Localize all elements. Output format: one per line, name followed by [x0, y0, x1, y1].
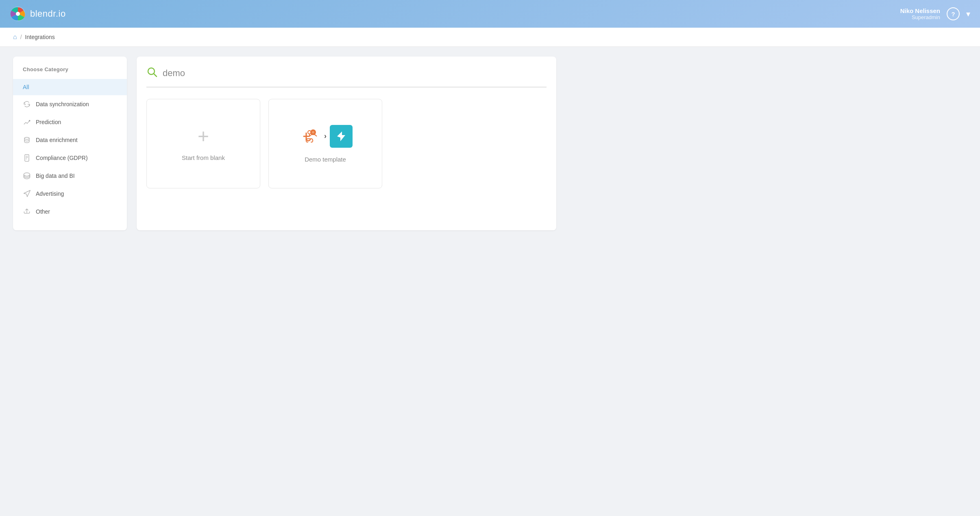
- activecampaign-icon: [330, 125, 353, 148]
- cards-grid: + Start from blank: [146, 99, 547, 188]
- hubspot-icon: [298, 125, 321, 148]
- header-right: Niko Nelissen Superadmin ? ▾: [900, 7, 970, 20]
- sidebar-item-advertising[interactable]: Advertising: [13, 185, 127, 203]
- prediction-icon: [23, 118, 31, 126]
- sidebar-item-label-big-data: Big data and BI: [36, 173, 75, 179]
- svg-line-10: [154, 74, 157, 77]
- database-icon: [23, 136, 31, 144]
- sidebar-title: Choose Category: [13, 66, 127, 79]
- svg-rect-4: [25, 155, 29, 162]
- card-start-from-blank[interactable]: + Start from blank: [146, 99, 260, 188]
- svg-point-2: [29, 120, 30, 121]
- sidebar-item-label-all: All: [23, 84, 29, 90]
- other-icon: [23, 208, 31, 216]
- demo-template-label: Demo template: [305, 156, 346, 163]
- sidebar-item-other[interactable]: Other: [13, 203, 127, 221]
- sidebar: Choose Category All Data synchronization…: [13, 57, 127, 230]
- user-role: Superadmin: [900, 14, 940, 20]
- sync-icon: [23, 100, 31, 108]
- svg-point-12: [312, 131, 314, 133]
- card-demo-template[interactable]: › Demo template: [268, 99, 382, 188]
- breadcrumb-current: Integrations: [25, 34, 55, 40]
- svg-point-3: [24, 137, 29, 139]
- sidebar-item-label-data-sync: Data synchronization: [36, 101, 89, 107]
- svg-point-9: [148, 68, 155, 74]
- logo-text: blendr.io: [30, 9, 66, 19]
- advertising-icon: [23, 190, 31, 198]
- compliance-icon: [23, 154, 31, 162]
- content-area: + Start from blank: [137, 57, 556, 230]
- arrow-separator: ›: [324, 132, 327, 140]
- search-bar: [146, 66, 547, 87]
- sidebar-item-data-sync[interactable]: Data synchronization: [13, 95, 127, 113]
- user-info: Niko Nelissen Superadmin: [900, 7, 940, 20]
- search-icon: [146, 66, 158, 80]
- sidebar-item-compliance[interactable]: Compliance (GDPR): [13, 149, 127, 167]
- sidebar-item-label-prediction: Prediction: [36, 119, 61, 125]
- help-button[interactable]: ?: [947, 7, 960, 20]
- breadcrumb-home-icon[interactable]: ⌂: [13, 33, 17, 41]
- sidebar-item-all[interactable]: All: [13, 79, 127, 95]
- sidebar-item-prediction[interactable]: Prediction: [13, 113, 127, 131]
- blank-card-icon: +: [198, 127, 209, 146]
- header: blendr.io Niko Nelissen Superadmin ? ▾: [0, 0, 980, 28]
- user-name: Niko Nelissen: [900, 7, 940, 14]
- demo-template-icons: ›: [298, 125, 353, 148]
- logo-area: blendr.io: [10, 6, 66, 22]
- dropdown-button[interactable]: ▾: [966, 9, 970, 19]
- sidebar-item-label-advertising: Advertising: [36, 190, 64, 197]
- sidebar-item-label-data-enrichment: Data enrichment: [36, 137, 78, 143]
- breadcrumb: ⌂ / Integrations: [0, 28, 980, 47]
- sidebar-item-data-enrichment[interactable]: Data enrichment: [13, 131, 127, 149]
- blank-card-label: Start from blank: [182, 154, 225, 161]
- sidebar-item-label-compliance: Compliance (GDPR): [36, 155, 88, 161]
- blendr-logo-icon: [10, 6, 26, 22]
- svg-marker-14: [337, 131, 345, 141]
- breadcrumb-separator: /: [20, 34, 22, 40]
- bigdata-icon: [23, 172, 31, 180]
- plus-icon: +: [198, 127, 209, 146]
- sidebar-item-label-other: Other: [36, 208, 50, 215]
- search-input[interactable]: [163, 68, 547, 79]
- main-content: Choose Category All Data synchronization…: [0, 47, 569, 240]
- svg-point-1: [16, 12, 20, 16]
- sidebar-item-big-data[interactable]: Big data and BI: [13, 167, 127, 185]
